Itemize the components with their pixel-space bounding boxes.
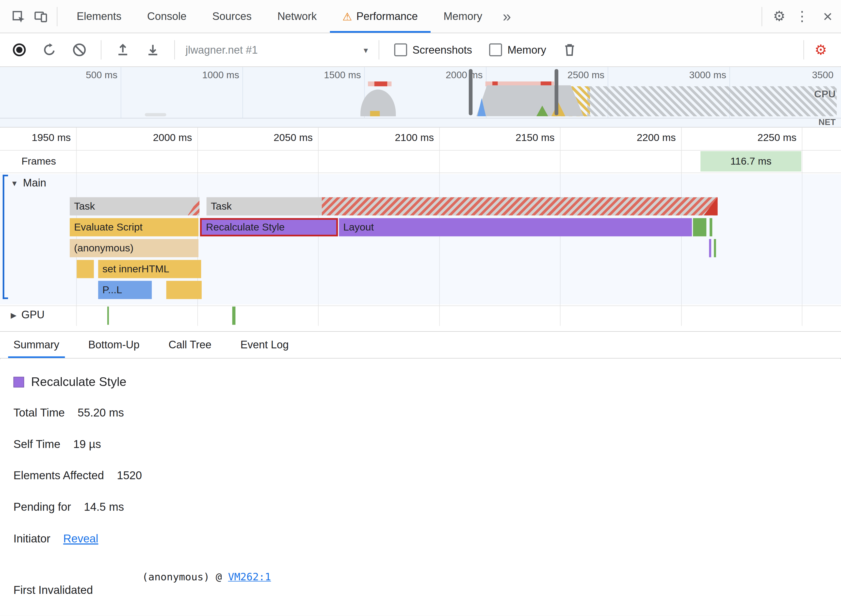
chevron-down-icon: ▾ (364, 45, 372, 55)
tab-network[interactable]: Network (265, 0, 329, 33)
tab-label: Call Tree (168, 339, 211, 351)
timeline-tick: 1950 ms (0, 132, 71, 146)
cpu-activity-shape (145, 113, 166, 116)
checkbox-box[interactable] (489, 43, 502, 56)
settings-gear-icon[interactable]: ⚙ (769, 8, 790, 25)
timeline-tick: 2200 ms (601, 132, 676, 146)
tab-event-log[interactable]: Event Log (235, 332, 294, 358)
capture-settings-gear-icon[interactable]: ⚙ (810, 41, 831, 58)
tab-call-tree[interactable]: Call Tree (163, 332, 217, 358)
selection-handle-left[interactable] (469, 69, 472, 115)
bar-label: Task (207, 197, 717, 216)
tab-label: Memory (444, 10, 482, 22)
record-button[interactable] (10, 40, 29, 59)
tab-performance[interactable]: ⚠ Performance (330, 0, 431, 33)
flame-bar-parse-html[interactable]: P...L (98, 281, 152, 299)
cpu-activity-hatch (587, 87, 837, 116)
flame-bar-evaluate-script[interactable]: Evaluate Script (70, 218, 198, 236)
overview-tick: 1000 ms (168, 70, 239, 82)
timeline-overview[interactable]: 500 ms 1000 ms 1500 ms 2000 ms 2500 ms 3… (0, 67, 841, 128)
overview-tick: 3500 (762, 70, 834, 82)
summary-panel: Recalculate Style Total Time 55.20 ms Se… (0, 359, 841, 616)
flame-bar-paint[interactable] (714, 239, 716, 257)
flame-bar-set-innerhtml[interactable]: set innerHTML (98, 260, 201, 278)
summary-label: Elements Affected (13, 469, 104, 482)
bar-label: Recalculate Style (201, 220, 336, 235)
tab-label: Sources (212, 10, 251, 22)
overview-tick: 500 ms (46, 70, 118, 82)
performance-toolbar: jlwagner.net #1 ▾ Screenshots Memory ⚙ (0, 33, 841, 67)
expand-arrow-icon: ▶ (11, 311, 16, 319)
flame-bar-script-small[interactable] (166, 281, 201, 299)
tab-summary[interactable]: Summary (8, 332, 65, 358)
summary-value: 55.20 ms (78, 406, 124, 419)
frame-duration-badge[interactable]: 116.7 ms (700, 151, 801, 172)
menu-dots-icon[interactable]: ⋮ (790, 8, 815, 25)
tab-label: Elements (77, 10, 122, 22)
summary-label: Initiator (13, 532, 50, 545)
separator (379, 40, 379, 59)
more-tabs-icon[interactable]: » (495, 8, 519, 25)
warning-icon: ⚠ (343, 10, 352, 23)
gpu-activity-bar[interactable] (107, 307, 109, 325)
tab-label: Network (278, 10, 317, 22)
bar-label: P...L (98, 281, 152, 299)
flame-bar-task[interactable]: Task (207, 197, 717, 216)
trash-icon[interactable] (560, 40, 579, 59)
bar-label: Layout (339, 218, 692, 236)
bar-label: Evaluate Script (70, 218, 198, 236)
tab-console[interactable]: Console (134, 0, 199, 33)
reload-record-icon[interactable] (40, 40, 59, 59)
checkbox-label: Screenshots (412, 44, 472, 56)
initiator-reveal-link[interactable]: Reveal (63, 532, 98, 545)
devtools-tabbar: Elements Console Sources Network ⚠ Perfo… (0, 0, 841, 33)
collapse-arrow-icon: ▼ (11, 179, 18, 188)
stack-source-link[interactable]: VM262:1 (228, 571, 271, 582)
selection-handle-right[interactable] (555, 69, 559, 115)
bar-label: Task (70, 197, 199, 216)
cpu-activity-scripting (370, 111, 379, 116)
separator (57, 7, 57, 26)
inspect-element-icon[interactable] (9, 7, 28, 26)
bar-label: set innerHTML (98, 260, 201, 278)
memory-checkbox[interactable]: Memory (489, 43, 546, 56)
selected-track-bracket (3, 175, 8, 299)
load-profile-icon[interactable] (113, 40, 132, 59)
flame-bar-recalculate-style[interactable]: Recalculate Style (200, 218, 338, 236)
save-profile-icon[interactable] (143, 40, 162, 59)
summary-value: 14.5 ms (84, 501, 124, 513)
clear-icon[interactable] (70, 40, 89, 59)
timeline-tick: 2150 ms (479, 132, 555, 146)
tab-bottom-up[interactable]: Bottom-Up (83, 332, 145, 358)
flame-chart[interactable]: 1950 ms 2000 ms 2050 ms 2100 ms 2150 ms … (0, 128, 841, 331)
summary-title: Recalculate Style (31, 375, 126, 389)
checkbox-box[interactable] (394, 43, 407, 56)
tab-elements[interactable]: Elements (64, 0, 134, 33)
summary-row: Total Time 55.20 ms (13, 406, 124, 419)
gpu-track-toggle[interactable]: ▶ GPU (11, 309, 45, 321)
profile-select[interactable]: jlwagner.net #1 ▾ (181, 44, 372, 56)
flame-bar-script-small[interactable] (77, 260, 94, 278)
gpu-activity-bar[interactable] (232, 307, 235, 325)
flame-bar-anonymous[interactable]: (anonymous) (70, 239, 198, 257)
flame-bar-layout[interactable]: Layout (339, 218, 692, 236)
timeline-tick: 2000 ms (117, 132, 192, 146)
screenshots-checkbox[interactable]: Screenshots (394, 43, 472, 56)
overview-tick: 3000 ms (654, 70, 726, 82)
tab-memory[interactable]: Memory (431, 0, 495, 33)
summary-title-row: Recalculate Style (13, 375, 126, 389)
tab-sources[interactable]: Sources (199, 0, 265, 33)
flame-bar-paint[interactable] (710, 218, 712, 236)
device-toolbar-icon[interactable] (31, 7, 50, 26)
summary-label: Self Time (13, 438, 60, 451)
tab-label: Console (147, 10, 187, 22)
main-track-toggle[interactable]: ▼ Main (11, 177, 46, 189)
track-label: GPU (21, 309, 44, 321)
divider (0, 172, 841, 173)
flame-bar-render-small[interactable] (709, 239, 711, 257)
close-icon[interactable]: × (815, 7, 841, 25)
flame-bar-task[interactable]: Task (70, 197, 199, 216)
bar-label: (anonymous) (70, 239, 198, 257)
checkbox-label: Memory (507, 44, 546, 56)
flame-bar-paint[interactable] (693, 218, 706, 236)
